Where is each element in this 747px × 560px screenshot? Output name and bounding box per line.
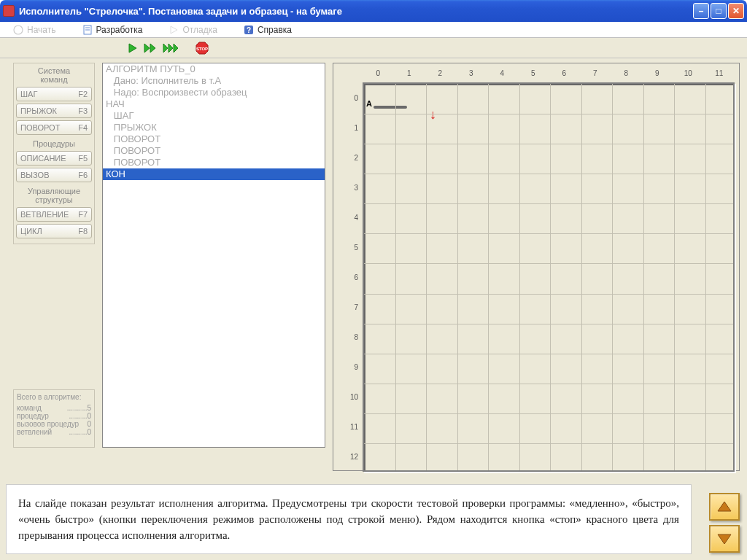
run-toolbar: STOP xyxy=(0,38,747,58)
svg-marker-4 xyxy=(171,26,177,34)
grid-field: 01234567891011 0123456789101112 А ↓ xyxy=(333,63,740,471)
window-title: Исполнитель "Стрелочка". Постановка зада… xyxy=(19,6,693,17)
menu-start[interactable]: Начать xyxy=(0,22,69,37)
svg-marker-8 xyxy=(144,44,150,52)
svg-marker-9 xyxy=(150,44,155,52)
robot-trail xyxy=(374,106,407,109)
menu-debug-label: Отладка xyxy=(182,25,217,35)
code-line[interactable]: АЛГОРИТМ ПУТЬ_0 xyxy=(103,63,325,75)
menu-dev[interactable]: Разработка xyxy=(69,22,156,37)
svg-marker-12 xyxy=(174,44,178,52)
cmd-loop[interactable]: ЦИКЛF8 xyxy=(16,224,92,238)
command-palette: Системакоманд ШАГF2 ПРЫЖОКF3 ПОВОРОТF4 П… xyxy=(13,63,95,244)
cmd-turn[interactable]: ПОВОРОТF4 xyxy=(16,120,92,135)
algorithm-editor[interactable]: АЛГОРИТМ ПУТЬ_0 Дано: Исполнитель в т.А … xyxy=(102,63,325,448)
cmd-call[interactable]: ВЫЗОВF6 xyxy=(16,168,92,182)
nav-down-button[interactable] xyxy=(709,525,740,553)
play-veryfast-button[interactable] xyxy=(162,42,181,54)
stat-procedures: процедур.........0 xyxy=(17,412,91,420)
svg-point-0 xyxy=(14,26,23,34)
cmd-describe[interactable]: ОПИСАНИЕF5 xyxy=(16,151,92,166)
cmd-jump[interactable]: ПРЫЖОКF3 xyxy=(16,104,92,118)
code-line[interactable]: Дано: Исполнитель в т.А xyxy=(103,75,325,87)
menu-debug[interactable]: Отладка xyxy=(155,22,230,37)
stat-commands: команд..........5 xyxy=(17,404,91,412)
menubar: Начать Разработка Отладка ? Справка xyxy=(0,22,747,38)
cmd-branch[interactable]: ВЕТВЛЕНИЕF7 xyxy=(16,207,92,222)
code-line[interactable]: ШАГ xyxy=(103,110,325,122)
cmd-step[interactable]: ШАГF2 xyxy=(16,87,92,101)
svg-text:?: ? xyxy=(247,26,251,34)
x-axis: 01234567891011 xyxy=(363,69,736,79)
svg-marker-10 xyxy=(163,44,168,52)
code-line[interactable]: Надо: Воспроизвести образец xyxy=(103,87,325,98)
minimize-button[interactable]: – xyxy=(693,3,709,19)
svg-text:STOP: STOP xyxy=(196,47,208,51)
menu-start-label: Начать xyxy=(27,25,56,35)
code-line[interactable]: НАЧ xyxy=(103,98,325,110)
control-structures-header: Управляющиеструктуры xyxy=(16,187,92,204)
stat-branches: ветвлений.........0 xyxy=(17,428,91,436)
play-outline-icon xyxy=(169,25,179,35)
maximize-button[interactable]: □ xyxy=(711,3,727,19)
svg-marker-16 xyxy=(718,534,731,544)
workspace: Системакоманд ШАГF2 ПРЫЖОКF3 ПОВОРОТF4 П… xyxy=(0,58,747,560)
menu-help[interactable]: ? Справка xyxy=(231,22,305,37)
algorithm-stats: Всего в алгоритме: команд..........5 про… xyxy=(13,389,95,448)
menu-help-label: Справка xyxy=(258,25,292,35)
code-line[interactable]: ПРЫЖОК xyxy=(103,122,325,133)
code-line[interactable]: ПОВОРОТ xyxy=(103,145,325,157)
window-controls: – □ ✕ xyxy=(693,3,744,19)
code-line[interactable]: ПОВОРОТ xyxy=(103,133,325,145)
play-slow-button[interactable] xyxy=(127,42,139,54)
close-button[interactable]: ✕ xyxy=(728,3,744,19)
arrow-down-icon: ↓ xyxy=(430,107,436,122)
palette-header: Системакоманд xyxy=(16,66,92,84)
yin-yang-icon xyxy=(13,25,23,35)
code-line[interactable]: ПОВОРОТ xyxy=(103,157,325,168)
app-icon xyxy=(3,5,15,17)
svg-marker-11 xyxy=(169,44,173,52)
procedures-header: Процедуры xyxy=(16,139,92,148)
play-fast-button[interactable] xyxy=(143,42,158,54)
window-titlebar: Исполнитель "Стрелочка". Постановка зада… xyxy=(0,0,747,22)
stat-calls: вызовов процедур 0 xyxy=(17,420,91,428)
svg-marker-15 xyxy=(718,502,731,511)
document-icon xyxy=(82,25,93,35)
stop-button[interactable]: STOP xyxy=(196,42,209,55)
help-icon: ? xyxy=(244,25,254,35)
nav-up-button[interactable] xyxy=(709,493,740,521)
slide-nav xyxy=(709,493,740,553)
grid-canvas[interactable]: А ↓ xyxy=(363,82,735,472)
menu-dev-label: Разработка xyxy=(96,25,143,35)
svg-marker-7 xyxy=(129,44,136,52)
stats-title: Всего в алгоритме: xyxy=(17,393,91,401)
slide-caption: На слайде показан результат исполнения а… xyxy=(6,484,692,554)
point-A-label: А xyxy=(366,99,372,108)
code-line[interactable]: КОН xyxy=(103,168,325,180)
